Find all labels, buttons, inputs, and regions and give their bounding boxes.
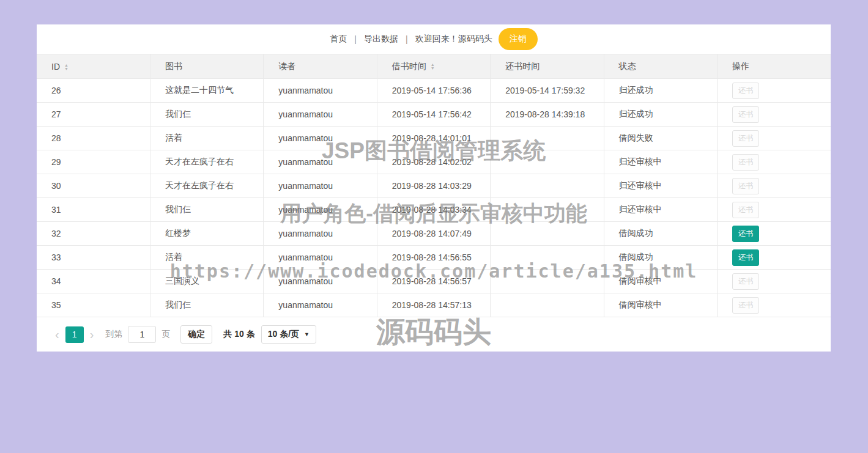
cell-borrow-time: 2019-05-14 17:56:36 bbox=[377, 79, 490, 103]
column-header-status: 状态 bbox=[604, 54, 717, 79]
table-header-row: ID▲▼图书读者借书时间▲▼还书时间状态操作 bbox=[37, 54, 831, 79]
cell-status: 借阅成功 bbox=[604, 222, 717, 246]
cell-return-time bbox=[491, 246, 604, 270]
column-header-id[interactable]: ID▲▼ bbox=[37, 54, 150, 79]
cell-return-time bbox=[491, 270, 604, 293]
cell-book: 我们仨 bbox=[150, 293, 263, 317]
nav-home-link[interactable]: 首页 bbox=[330, 34, 347, 45]
cell-return-time: 2019-05-14 17:59:32 bbox=[491, 79, 604, 103]
goto-page-input[interactable] bbox=[128, 326, 156, 343]
column-header-return_time: 还书时间 bbox=[491, 54, 604, 79]
cell-book: 三国演义 bbox=[150, 270, 263, 293]
column-header-book: 图书 bbox=[150, 54, 263, 79]
cell-status: 归还成功 bbox=[604, 103, 717, 127]
cell-borrow-time: 2019-08-28 14:07:49 bbox=[377, 222, 490, 246]
return-book-button[interactable]: 还书 bbox=[732, 249, 759, 266]
cell-status: 借阅成功 bbox=[604, 246, 717, 270]
cell-action: 还书 bbox=[718, 127, 831, 150]
cell-action: 还书 bbox=[718, 270, 831, 293]
cell-book: 红楼梦 bbox=[150, 222, 263, 246]
column-header-action: 操作 bbox=[718, 54, 831, 79]
column-label: 操作 bbox=[732, 61, 749, 71]
page-size-select[interactable]: 10 条/页 ▼ bbox=[261, 325, 316, 344]
return-book-button[interactable]: 还书 bbox=[732, 273, 759, 290]
return-book-button[interactable]: 还书 bbox=[732, 226, 759, 242]
sort-icon[interactable]: ▲▼ bbox=[431, 63, 435, 70]
nav-separator: | bbox=[354, 34, 357, 44]
return-book-button[interactable]: 还书 bbox=[732, 83, 759, 99]
main-card: 首页 | 导出数据 | 欢迎回来！源码码头 注销 ID▲▼图书读者借书时间▲▼还… bbox=[37, 24, 831, 352]
cell-borrow-time: 2019-08-28 14:56:55 bbox=[377, 246, 490, 270]
column-label: 借书时间 bbox=[392, 61, 426, 71]
return-book-button[interactable]: 还书 bbox=[732, 178, 759, 194]
table-row: 32 红楼梦 yuanmamatou 2019-08-28 14:07:49 借… bbox=[37, 222, 831, 246]
column-label: 图书 bbox=[165, 61, 182, 71]
cell-id: 28 bbox=[37, 127, 150, 150]
cell-id: 26 bbox=[37, 79, 150, 103]
column-label: 状态 bbox=[619, 61, 636, 71]
cell-reader: yuanmamatou bbox=[264, 103, 377, 127]
table-row: 31 我们仨 yuanmamatou 2019-08-28 14:03:34 归… bbox=[37, 198, 831, 222]
cell-book: 我们仨 bbox=[150, 198, 263, 222]
cell-id: 30 bbox=[37, 174, 150, 198]
return-book-button[interactable]: 还书 bbox=[732, 202, 759, 218]
table-row: 27 我们仨 yuanmamatou 2019-05-14 17:56:42 2… bbox=[37, 103, 831, 127]
cell-return-time bbox=[491, 150, 604, 174]
cell-action: 还书 bbox=[718, 222, 831, 246]
cell-return-time bbox=[491, 174, 604, 198]
cell-id: 35 bbox=[37, 293, 150, 317]
chevron-right-icon[interactable]: › bbox=[84, 328, 100, 341]
cell-reader: yuanmamatou bbox=[264, 127, 377, 150]
cell-status: 归还审核中 bbox=[604, 198, 717, 222]
return-book-button[interactable]: 还书 bbox=[732, 154, 759, 171]
column-label: 还书时间 bbox=[505, 61, 540, 71]
cell-return-time: 2019-08-28 14:39:18 bbox=[491, 103, 604, 127]
borrow-records-table: ID▲▼图书读者借书时间▲▼还书时间状态操作 26 这就是二十四节气 yuanm… bbox=[37, 54, 831, 317]
cell-book: 天才在左疯子在右 bbox=[150, 150, 263, 174]
table-row: 26 这就是二十四节气 yuanmamatou 2019-05-14 17:56… bbox=[37, 79, 831, 103]
cell-borrow-time: 2019-08-28 14:01:01 bbox=[377, 127, 490, 150]
table-row: 34 三国演义 yuanmamatou 2019-08-28 14:56:57 … bbox=[37, 270, 831, 293]
cell-return-time bbox=[491, 293, 604, 317]
current-page-button[interactable]: 1 bbox=[65, 326, 84, 343]
cell-status: 借阅失败 bbox=[604, 127, 717, 150]
cell-reader: yuanmamatou bbox=[264, 293, 377, 317]
return-book-button[interactable]: 还书 bbox=[732, 130, 759, 147]
cell-borrow-time: 2019-05-14 17:56:42 bbox=[377, 103, 490, 127]
sort-icon[interactable]: ▲▼ bbox=[64, 64, 69, 71]
chevron-left-icon[interactable]: ‹ bbox=[49, 328, 65, 341]
cell-book: 这就是二十四节气 bbox=[150, 79, 263, 103]
cell-return-time bbox=[491, 198, 604, 222]
cell-status: 归还审核中 bbox=[604, 150, 717, 174]
cell-return-time bbox=[491, 127, 604, 150]
cell-borrow-time: 2019-08-28 14:03:34 bbox=[377, 198, 490, 222]
welcome-text: 欢迎回来！源码码头 bbox=[415, 34, 492, 45]
return-book-button[interactable]: 还书 bbox=[732, 106, 759, 123]
logout-button[interactable]: 注销 bbox=[499, 28, 538, 50]
cell-borrow-time: 2019-08-28 14:56:57 bbox=[377, 270, 490, 293]
cell-id: 31 bbox=[37, 198, 150, 222]
cell-reader: yuanmamatou bbox=[264, 150, 377, 174]
cell-book: 活着 bbox=[150, 127, 263, 150]
confirm-button[interactable]: 确定 bbox=[180, 325, 212, 344]
cell-status: 借阅审核中 bbox=[604, 270, 717, 293]
cell-status: 归还审核中 bbox=[604, 174, 717, 198]
cell-borrow-time: 2019-08-28 14:03:29 bbox=[377, 174, 490, 198]
total-count-label: 共 10 条 bbox=[223, 329, 254, 340]
cell-id: 27 bbox=[37, 103, 150, 127]
pagination-bar: ‹ 1 › 到第 页 确定 共 10 条 10 条/页 ▼ bbox=[37, 317, 831, 352]
cell-action: 还书 bbox=[718, 293, 831, 317]
cell-id: 32 bbox=[37, 222, 150, 246]
cell-book: 天才在左疯子在右 bbox=[150, 174, 263, 198]
column-label: 读者 bbox=[278, 61, 295, 71]
return-book-button[interactable]: 还书 bbox=[732, 297, 759, 314]
nav-export-link[interactable]: 导出数据 bbox=[364, 34, 398, 45]
cell-reader: yuanmamatou bbox=[264, 222, 377, 246]
column-header-borrow_time[interactable]: 借书时间▲▼ bbox=[377, 54, 490, 79]
column-header-reader: 读者 bbox=[264, 54, 377, 79]
table-row: 35 我们仨 yuanmamatou 2019-08-28 14:57:13 借… bbox=[37, 293, 831, 317]
chevron-down-icon: ▼ bbox=[304, 331, 310, 337]
cell-reader: yuanmamatou bbox=[264, 198, 377, 222]
cell-status: 借阅审核中 bbox=[604, 293, 717, 317]
table-row: 28 活着 yuanmamatou 2019-08-28 14:01:01 借阅… bbox=[37, 127, 831, 150]
